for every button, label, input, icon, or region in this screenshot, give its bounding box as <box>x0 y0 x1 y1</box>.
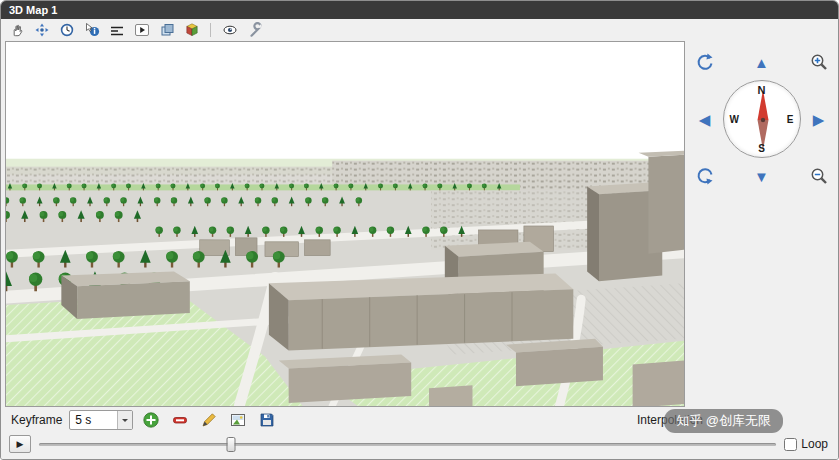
3d-map-window: 3D Map 1 <box>0 0 839 460</box>
move-up-arrow[interactable]: ▲ <box>754 55 769 70</box>
export-frames-button[interactable] <box>227 409 249 431</box>
save-animation-icon <box>258 411 276 429</box>
zoom-in-icon[interactable] <box>809 52 829 72</box>
playback-bar: ▶ Loop <box>1 433 838 459</box>
camera-rotation-icon <box>34 22 50 38</box>
measure-line-button[interactable] <box>106 20 127 40</box>
add-keyframe-icon <box>142 411 160 429</box>
animation-clock-icon <box>59 22 75 38</box>
add-keyframe-button[interactable] <box>140 409 162 431</box>
pan-tool-icon <box>9 22 25 38</box>
duplicate-view-icon <box>159 22 175 38</box>
3d-viewport[interactable] <box>5 41 685 407</box>
configure-icon <box>247 22 263 38</box>
main-area: ▲ ◀ N E S W ▶ ▼ <box>1 41 838 407</box>
tilt-up-icon[interactable] <box>695 52 715 72</box>
toolbar-separator <box>210 23 211 37</box>
camera-view-button[interactable] <box>219 20 240 40</box>
export-frames-icon <box>229 411 247 429</box>
export-3d-icon <box>184 22 200 38</box>
loop-control: Loop <box>784 437 828 451</box>
window-title: 3D Map 1 <box>9 4 57 16</box>
move-left-arrow[interactable]: ◀ <box>699 112 711 127</box>
keyframe-duration-combobox[interactable]: 5 s <box>69 410 133 430</box>
identify-button[interactable] <box>81 20 102 40</box>
compass-west-label: W <box>730 114 739 125</box>
keyframe-duration-value: 5 s <box>70 413 117 427</box>
navigation-grid: ▲ ◀ N E S W ▶ ▼ <box>689 46 835 192</box>
navigation-panel: ▲ ◀ N E S W ▶ ▼ <box>685 41 838 407</box>
compass-south-label: S <box>758 143 765 154</box>
timeline-slider-handle[interactable] <box>226 437 235 452</box>
move-down-arrow[interactable]: ▼ <box>754 169 769 184</box>
animation-clock-button[interactable] <box>56 20 77 40</box>
play-animation-button[interactable] <box>131 20 152 40</box>
play-button[interactable]: ▶ <box>9 435 31 453</box>
save-animation-button[interactable] <box>256 409 278 431</box>
remove-keyframe-button[interactable] <box>169 409 191 431</box>
export-3d-button[interactable] <box>181 20 202 40</box>
pan-tool-button[interactable] <box>6 20 27 40</box>
titlebar[interactable]: 3D Map 1 <box>1 1 838 19</box>
measure-line-icon <box>109 22 125 38</box>
compass-north-label: N <box>758 84 766 96</box>
tilt-down-icon[interactable] <box>695 166 715 186</box>
configure-button[interactable] <box>244 20 265 40</box>
loop-checkbox[interactable] <box>784 438 797 451</box>
compass[interactable]: N E S W <box>723 80 801 158</box>
loop-label: Loop <box>801 437 828 451</box>
play-animation-icon <box>134 22 150 38</box>
combobox-dropdown-arrow[interactable] <box>117 411 132 429</box>
keyframe-bar: Keyframe 5 s Interpolation 知乎 @创库无限 <box>1 407 838 433</box>
3d-scene <box>6 42 684 406</box>
compass-east-label: E <box>787 114 794 125</box>
timeline-slider-track[interactable] <box>39 443 776 446</box>
camera-view-icon <box>222 22 238 38</box>
edit-keyframe-icon <box>200 411 218 429</box>
remove-keyframe-icon <box>171 411 189 429</box>
zoom-out-icon[interactable] <box>809 166 829 186</box>
play-icon: ▶ <box>17 439 24 449</box>
camera-rotation-button[interactable] <box>31 20 52 40</box>
duplicate-view-button[interactable] <box>156 20 177 40</box>
watermark: 知乎 @创库无限 <box>664 409 783 433</box>
toolbar <box>1 19 838 41</box>
identify-icon <box>84 22 100 38</box>
keyframe-label: Keyframe <box>11 413 62 427</box>
timeline-slider[interactable] <box>39 436 776 453</box>
edit-keyframe-button[interactable] <box>198 409 220 431</box>
move-right-arrow[interactable]: ▶ <box>813 112 825 127</box>
